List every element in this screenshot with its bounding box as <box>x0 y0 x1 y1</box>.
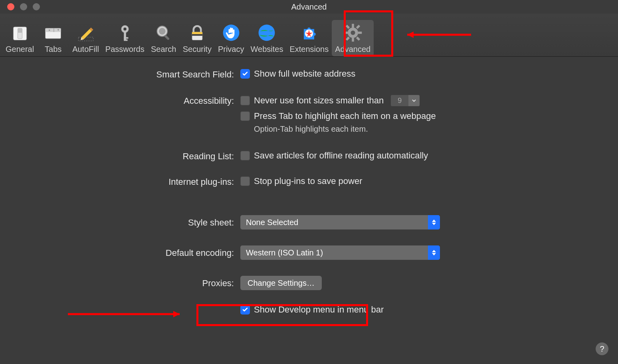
svg-point-18 <box>159 28 166 35</box>
tab-label: Privacy <box>218 45 244 54</box>
tab-security[interactable]: Security <box>180 20 215 56</box>
svg-rect-31 <box>358 32 362 34</box>
hand-icon <box>220 22 242 44</box>
tab-autofill[interactable]: AutoFill <box>69 20 102 56</box>
svg-point-13 <box>123 28 126 30</box>
help-button[interactable]: ? <box>596 342 608 355</box>
label-style-sheet: Style sheet: <box>89 215 234 228</box>
preferences-window: Advanced General × + <box>0 0 618 364</box>
tab-label: Advanced <box>335 45 370 54</box>
window-controls <box>0 3 40 10</box>
advanced-pane: Smart Search Field: Show full website ad… <box>0 57 618 364</box>
button-change-settings-label: Change Settings… <box>248 279 315 288</box>
svg-rect-22 <box>192 34 202 36</box>
text-save-offline: Save articles for offline reading automa… <box>254 150 428 161</box>
tab-advanced[interactable]: Advanced <box>332 20 374 56</box>
updown-icon <box>428 215 440 229</box>
lock-icon <box>186 22 208 44</box>
gear-icon <box>342 22 364 44</box>
key-icon <box>114 22 136 44</box>
svg-rect-33 <box>356 37 360 41</box>
tab-extensions[interactable]: Extensions <box>286 20 332 56</box>
text-show-full-address: Show full website address <box>254 69 355 79</box>
stepper-min-font-size[interactable] <box>391 95 420 106</box>
help-icon: ? <box>600 344 604 354</box>
svg-rect-19 <box>164 35 169 40</box>
svg-rect-34 <box>356 25 360 29</box>
svg-point-36 <box>351 30 355 35</box>
annotation-arrow-advanced <box>399 29 479 41</box>
tab-tabs[interactable]: × + Tabs <box>37 20 69 56</box>
tab-label: Extensions <box>289 45 329 54</box>
text-press-tab: Press Tab to highlight each item on a we… <box>254 111 436 121</box>
checkbox-save-offline[interactable] <box>240 151 250 160</box>
hint-option-tab: Option-Tab highlights each item. <box>240 125 529 134</box>
svg-rect-8 <box>78 37 93 41</box>
tab-label: Search <box>151 45 176 54</box>
select-style-sheet-value: None Selected <box>240 218 428 227</box>
checkbox-develop-menu[interactable] <box>240 305 250 315</box>
svg-rect-32 <box>345 25 350 29</box>
svg-text:×: × <box>49 28 50 32</box>
tab-label: Passwords <box>105 45 145 54</box>
svg-rect-29 <box>352 38 354 42</box>
svg-rect-30 <box>344 32 347 34</box>
switch-icon <box>9 22 31 44</box>
text-min-font-size: Never use font sizes smaller than <box>254 95 384 106</box>
window-title: Advanced <box>0 2 618 12</box>
svg-marker-9 <box>81 29 91 40</box>
label-plugins: Internet plug-ins: <box>89 176 234 187</box>
tab-label: Websites <box>251 45 283 54</box>
close-button[interactable] <box>7 3 14 10</box>
svg-rect-2 <box>18 28 22 33</box>
svg-rect-16 <box>124 40 127 41</box>
label-reading-list: Reading List: <box>89 150 234 162</box>
puzzle-icon <box>298 22 320 44</box>
checkbox-min-font-size[interactable] <box>240 96 250 105</box>
checkbox-press-tab[interactable] <box>240 111 250 121</box>
tabs-icon: × + <box>42 22 64 44</box>
chevron-down-icon[interactable] <box>408 95 420 106</box>
tab-label: General <box>6 45 34 54</box>
pencil-icon <box>75 22 97 44</box>
tab-general[interactable]: General <box>2 20 37 56</box>
svg-rect-35 <box>345 37 350 41</box>
updown-icon <box>428 245 440 260</box>
svg-marker-38 <box>407 32 414 38</box>
checkbox-stop-plugins[interactable] <box>240 176 250 186</box>
input-min-font-size[interactable] <box>391 95 408 106</box>
svg-rect-28 <box>352 24 354 28</box>
label-smart-search: Smart Search Field: <box>89 69 234 80</box>
select-default-encoding[interactable]: Western (ISO Latin 1) <box>240 245 440 260</box>
tab-privacy[interactable]: Privacy <box>215 20 248 56</box>
text-stop-plugins: Stop plug-ins to save power <box>254 176 362 186</box>
svg-point-24 <box>259 25 275 41</box>
svg-text:+: + <box>57 28 59 32</box>
label-default-encoding: Default encoding: <box>89 245 234 258</box>
select-style-sheet[interactable]: None Selected <box>240 215 440 229</box>
svg-rect-15 <box>124 37 128 39</box>
zoom-button[interactable] <box>33 3 40 10</box>
svg-rect-14 <box>124 32 126 40</box>
globe-icon <box>256 22 278 44</box>
minimize-button[interactable] <box>20 3 27 10</box>
tab-label: Security <box>183 45 212 54</box>
magnifier-icon <box>153 22 175 44</box>
tab-label: AutoFill <box>72 45 99 54</box>
tab-search[interactable]: Search <box>148 20 180 56</box>
checkbox-show-full-address[interactable] <box>240 69 250 79</box>
tab-passwords[interactable]: Passwords <box>102 20 148 56</box>
select-default-encoding-value: Western (ISO Latin 1) <box>240 248 428 257</box>
preferences-toolbar: General × + Tabs <box>0 14 618 57</box>
tab-label: Tabs <box>45 45 61 54</box>
tab-websites[interactable]: Websites <box>248 20 287 56</box>
label-accessibility: Accessibility: <box>89 95 234 106</box>
titlebar: Advanced <box>0 0 618 14</box>
svg-rect-21 <box>192 32 202 34</box>
text-develop-menu: Show Develop menu in menu bar <box>254 305 384 315</box>
label-proxies: Proxies: <box>89 276 234 289</box>
button-change-settings[interactable]: Change Settings… <box>240 276 322 290</box>
